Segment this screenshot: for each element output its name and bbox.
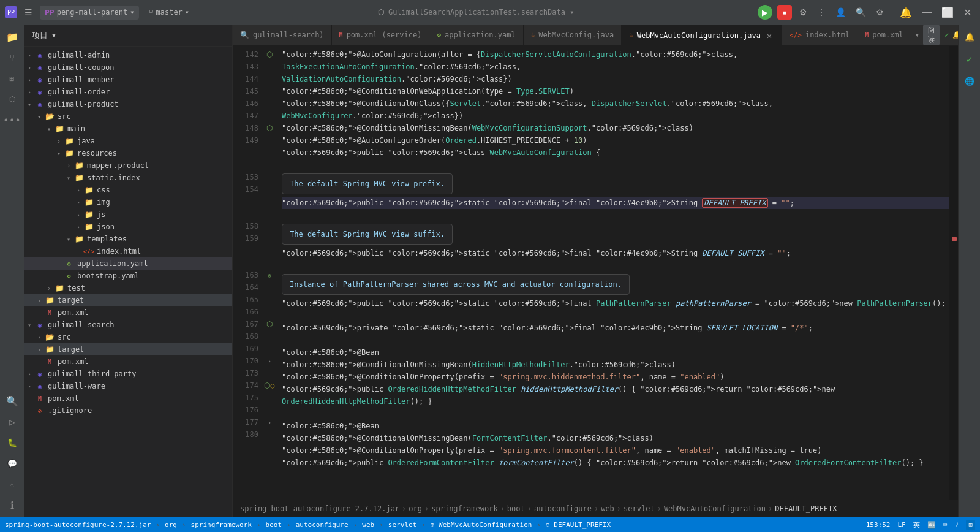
gutter-icon[interactable]: ⊕: [262, 269, 277, 281]
status-autoconfigure[interactable]: autoconfigure: [296, 521, 349, 529]
tree-item-gulimall-member[interactable]: ›◉gulimall-member: [24, 74, 232, 86]
tree-item-resources[interactable]: ▾📁resources: [24, 147, 232, 159]
tabs-overflow-button[interactable]: ▾: [911, 25, 923, 45]
info-icon[interactable]: ℹ: [2, 495, 22, 515]
expand-arrow[interactable]: ›: [64, 162, 74, 169]
breadcrumb-item-8[interactable]: DEFAULT_PREFIX: [775, 504, 837, 513]
tab-application-yaml[interactable]: ⚙ application.yaml: [429, 25, 523, 45]
right-notifications-icon[interactable]: 🔔: [960, 27, 979, 47]
expand-arrow[interactable]: ›: [54, 138, 64, 145]
tab-gulimall-search[interactable]: 🔍 gulimall-search): [233, 25, 332, 45]
expand-arrow[interactable]: ›: [74, 199, 83, 206]
explorer-icon[interactable]: 📁: [2, 27, 22, 47]
expand-arrow[interactable]: ›: [24, 52, 34, 59]
breadcrumb-item-4[interactable]: autoconfigure: [534, 504, 592, 513]
notifications-sidebar-icon[interactable]: 💬: [2, 454, 22, 473]
stop-button[interactable]: ■: [777, 5, 792, 20]
expand-arrow[interactable]: ›: [24, 64, 34, 71]
breadcrumb-item-3[interactable]: boot: [507, 504, 525, 513]
status-jar[interactable]: spring-boot-autoconfigure-2.7.12.jar: [5, 521, 151, 529]
tree-item-gulimall-search[interactable]: ▾◉gulimall-search: [24, 319, 232, 331]
gutter-icon[interactable]: ⬡: [262, 48, 277, 61]
tab-pom-service[interactable]: M pom.xml (service): [332, 25, 430, 45]
collapse-arrow[interactable]: ▾: [34, 113, 44, 120]
tree-item-css[interactable]: ›📁css: [24, 184, 232, 196]
search-icon[interactable]: 🔍: [853, 5, 869, 20]
right-check-icon[interactable]: ✓: [960, 49, 979, 69]
collapse-arrow[interactable]: ▾: [24, 322, 34, 329]
language-indicator[interactable]: 英: [913, 520, 920, 530]
branch-selector[interactable]: ⑂ master ▾: [144, 6, 194, 19]
breadcrumb-item-5[interactable]: web: [601, 504, 614, 513]
tree-item-img[interactable]: ›📁img: [24, 196, 232, 208]
expand-arrow[interactable]: ›: [34, 334, 44, 341]
file-tree-content[interactable]: ›◉gulimall-admin›◉gulimall-coupon›◉gulim…: [24, 47, 232, 517]
expand-arrow[interactable]: ›: [74, 211, 83, 218]
tree-item-src[interactable]: ▾📂src: [24, 110, 232, 123]
collapse-arrow[interactable]: ▾: [44, 126, 54, 132]
gutter-icon[interactable]: ⬡: [262, 122, 277, 134]
tree-item-gulimall-coupon[interactable]: ›◉gulimall-coupon: [24, 61, 232, 74]
collapse-arrow[interactable]: ▾: [64, 175, 74, 181]
status-servlet[interactable]: servlet: [388, 521, 417, 529]
close-button[interactable]: ✕: [960, 6, 975, 20]
line-col-indicator[interactable]: 153:52: [866, 521, 891, 529]
expand-arrow[interactable]: ›: [44, 285, 54, 292]
gutter-icon[interactable]: ›: [262, 355, 277, 367]
more-tools-icon[interactable]: •••: [2, 110, 22, 130]
gutter-icon[interactable]: ⬡: [262, 318, 277, 330]
tab-close-button[interactable]: ✕: [764, 31, 774, 40]
gutter-icon[interactable]: ›: [262, 416, 277, 428]
notification-icon[interactable]: 🔔: [896, 6, 916, 20]
expand-arrow[interactable]: ›: [74, 224, 83, 230]
project-dropdown-arrow[interactable]: ▾: [51, 31, 56, 40]
tree-item-gulimall-product[interactable]: ▾◉gulimall-product: [24, 98, 232, 110]
project-selector[interactable]: PP peng-mall-parent ▾: [40, 6, 139, 20]
collapse-arrow[interactable]: ▾: [24, 101, 34, 108]
tree-item-index-html-file[interactable]: </>index.html: [24, 245, 232, 257]
tab-index-html[interactable]: </> index.html: [782, 25, 858, 45]
right-globe-icon[interactable]: 🌐: [960, 71, 979, 91]
status-springframework[interactable]: springframework: [191, 521, 252, 529]
expand-arrow[interactable]: ›: [24, 371, 34, 378]
expand-arrow[interactable]: ›: [34, 346, 44, 353]
more-options-icon[interactable]: ⋮: [815, 5, 828, 20]
debug-icon[interactable]: 🐛: [2, 433, 22, 452]
tree-item-search-target[interactable]: ›📁target: [24, 343, 232, 355]
tree-item-target[interactable]: ›📁target: [24, 294, 232, 306]
tree-item-gulimall-third-party[interactable]: ›◉gulimall-third-party: [24, 368, 232, 380]
breadcrumb-item-2[interactable]: springframework: [431, 504, 497, 513]
settings-icon[interactable]: ⚙: [873, 5, 886, 20]
tab-webmvcconfig[interactable]: ☕ WebMvcConfig.java: [524, 25, 622, 45]
expand-arrow[interactable]: ›: [24, 89, 34, 96]
tree-item-search-src[interactable]: ›📂src: [24, 331, 232, 343]
tree-item-root-pom[interactable]: Mpom.xml: [24, 392, 232, 405]
tree-item-json[interactable]: ›📁json: [24, 221, 232, 233]
tree-item-templates[interactable]: ▾📁templates: [24, 233, 232, 245]
minimize-button[interactable]: —: [918, 6, 935, 20]
tab-pom-root[interactable]: M pom.xml: [858, 25, 911, 45]
expand-arrow[interactable]: ›: [74, 187, 83, 194]
tree-item-pom-product[interactable]: Mpom.xml: [24, 306, 232, 319]
layers-icon[interactable]: ⊞: [2, 69, 22, 88]
tree-item-gulimall-ware[interactable]: ›◉gulimall-ware: [24, 380, 232, 392]
tree-item-js[interactable]: ›📁js: [24, 208, 232, 221]
tree-item-bootstrap-yaml[interactable]: ⚙bootstrap.yaml: [24, 270, 232, 282]
reader-mode-button[interactable]: 阅读器模式: [923, 25, 940, 45]
breadcrumb-item-0[interactable]: spring-boot-autoconfigure-2.7.12.jar: [240, 504, 399, 513]
tree-item-mapper-product[interactable]: ›📁mapper.product: [24, 159, 232, 172]
user-icon[interactable]: 👤: [833, 5, 848, 20]
encoding-indicator[interactable]: LF: [898, 521, 906, 529]
status-org[interactable]: org: [165, 521, 177, 529]
collapse-arrow[interactable]: ▾: [64, 236, 74, 243]
expand-arrow[interactable]: ›: [24, 383, 34, 390]
tree-item-main[interactable]: ▾📁main: [24, 123, 232, 135]
expand-arrow[interactable]: ›: [34, 297, 44, 304]
tree-item-gulimall-order[interactable]: ›◉gulimall-order: [24, 86, 232, 98]
maximize-button[interactable]: ⬜: [938, 6, 957, 20]
status-webmvcauto[interactable]: ⊕ WebMvcAutoConfiguration: [431, 521, 532, 529]
settings-gear-icon[interactable]: ⚙: [797, 5, 810, 20]
hamburger-menu[interactable]: ☰: [22, 5, 35, 20]
tree-item-search-pom[interactable]: Mpom.xml: [24, 355, 232, 368]
tab-webmvcautoconfiguration[interactable]: ☕ WebMvcAutoConfiguration.java ✕: [622, 25, 782, 45]
